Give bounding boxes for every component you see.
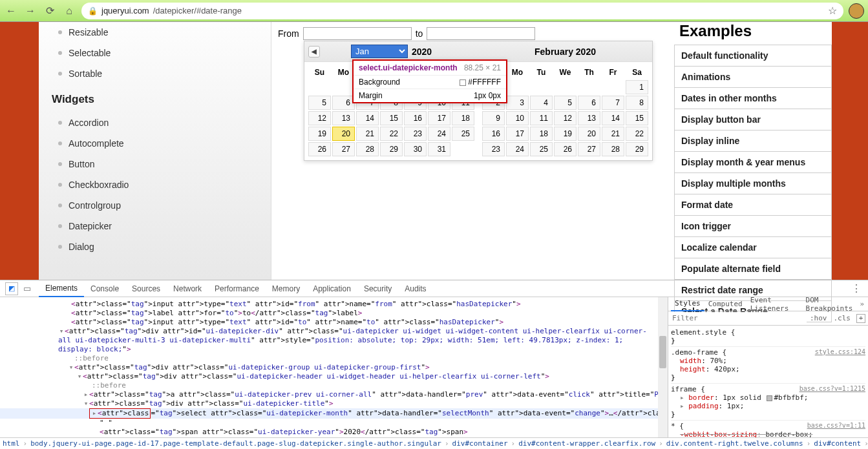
calendar-day[interactable]: 29 — [626, 142, 648, 156]
calendar-day[interactable]: 5 — [308, 96, 331, 110]
styles-filter-input[interactable] — [668, 312, 807, 325]
url-bar[interactable]: 🔒 jqueryui.com/datepicker/#date-range ☆ — [81, 3, 843, 19]
calendar-day[interactable]: 20 — [332, 127, 355, 141]
examples-item[interactable]: Display multiple months — [674, 172, 832, 194]
devtools-tab[interactable]: Network — [167, 280, 208, 297]
html-source-line[interactable]: ▾<attr">class="tag">div attr">class="ui-… — [0, 399, 668, 408]
examples-item[interactable]: Display inline — [674, 130, 832, 152]
crumb[interactable]: div#container — [452, 439, 508, 448]
devtools-tab[interactable]: Memory — [266, 280, 306, 297]
devtools-tab[interactable]: Console — [84, 280, 125, 297]
cls-toggle[interactable]: .cls — [831, 314, 854, 322]
examples-item[interactable]: Format date — [674, 194, 832, 216]
calendar-day[interactable]: 24 — [506, 142, 529, 156]
styles-more-icon[interactable]: » — [860, 300, 865, 308]
html-source-line[interactable]: <attr">class="tag">span attr">class="ui-… — [0, 428, 668, 437]
to-input[interactable] — [427, 27, 535, 40]
devtools-tab[interactable]: Elements — [39, 280, 84, 297]
calendar-day[interactable]: 15 — [626, 111, 648, 125]
css-rule[interactable]: base.css?v=1:11* {-webkit-box-sizing: bo… — [671, 421, 865, 437]
back-button[interactable]: ← — [4, 4, 18, 18]
crumb[interactable]: div#content — [814, 439, 861, 448]
rule-source[interactable]: style.css:124 — [815, 348, 865, 355]
element-picker-icon[interactable]: ◩ — [5, 282, 18, 295]
calendar-day[interactable]: 21 — [602, 127, 624, 141]
html-source-line[interactable]: <attr">class="tag">input attr">type="tex… — [0, 318, 668, 327]
calendar-day[interactable]: 25 — [530, 142, 553, 156]
rule-source[interactable]: base.css?v=1:1215 — [799, 385, 865, 392]
calendar-day[interactable]: 29 — [380, 142, 403, 156]
devtools-tab[interactable]: Application — [306, 280, 357, 297]
crumb[interactable]: html — [3, 439, 20, 448]
css-rule[interactable]: style.css:124.demo-frame {width: 70%;hei… — [671, 347, 865, 384]
calendar-day[interactable]: 13 — [332, 111, 355, 125]
calendar-day[interactable]: 28 — [602, 142, 624, 156]
sidebar-item[interactable]: Accordion — [47, 112, 271, 133]
calendar-day[interactable]: 23 — [482, 142, 505, 156]
calendar-day[interactable]: 4 — [530, 96, 553, 110]
device-toggle-icon[interactable]: ▭ — [21, 282, 34, 295]
css-rule[interactable]: base.css?v=1:1215iframe {▸ border: 1px s… — [671, 384, 865, 421]
calendar-day[interactable]: 5 — [554, 96, 577, 110]
breadcrumb[interactable]: htmlbody.jquery-ui-page.page-id-17.page-… — [0, 437, 868, 449]
rule-source[interactable]: base.css?v=1:11 — [807, 422, 865, 429]
sidebar-item[interactable]: Resizable — [47, 22, 271, 43]
sidebar-item[interactable]: Dialog — [47, 236, 271, 257]
prev-month-button[interactable]: ◀ — [308, 46, 320, 57]
devtools-tab[interactable]: Sources — [125, 280, 167, 297]
calendar-day[interactable]: 31 — [428, 142, 450, 156]
examples-item[interactable]: Animations — [674, 66, 832, 88]
sidebar-item[interactable]: Sortable — [47, 63, 271, 84]
calendar-day[interactable]: 22 — [626, 127, 648, 141]
calendar-day[interactable]: 23 — [404, 127, 427, 141]
calendar-day[interactable]: 21 — [356, 127, 379, 141]
examples-item[interactable]: Populate alternate field — [674, 258, 832, 280]
html-source-line[interactable]: ▾<attr">class="tag">div attr">id="ui-dat… — [0, 327, 668, 354]
from-input[interactable] — [303, 27, 412, 40]
calendar-day[interactable]: 28 — [356, 142, 379, 156]
examples-item[interactable]: Icon trigger — [674, 215, 832, 237]
devtools-tab[interactable]: Performance — [208, 280, 266, 297]
scrollbar-vertical[interactable] — [658, 297, 668, 437]
calendar-day[interactable]: 3 — [506, 96, 529, 110]
calendar-day[interactable]: 24 — [428, 127, 450, 141]
html-source-line[interactable]: ▸<attr">class="tag">select attr">class="… — [0, 408, 668, 419]
html-source-line[interactable]: " " — [0, 419, 668, 428]
month-select[interactable]: Jan — [351, 45, 408, 58]
sidebar-item[interactable]: Button — [47, 154, 271, 174]
sidebar-item[interactable]: Checkboxradio — [47, 174, 271, 195]
calendar-day[interactable]: 16 — [482, 127, 505, 141]
hov-toggle[interactable]: :hov — [807, 314, 831, 322]
calendar-day[interactable]: 12 — [308, 111, 331, 125]
styles-tab[interactable]: Event Listeners — [746, 297, 802, 311]
calendar-day[interactable]: 25 — [452, 127, 474, 141]
calendar-day[interactable]: 26 — [308, 142, 331, 156]
calendar-day[interactable]: 17 — [506, 127, 529, 141]
calendar-day[interactable]: 10 — [506, 111, 529, 125]
calendar-day[interactable]: 26 — [554, 142, 577, 156]
calendar-day[interactable]: 16 — [404, 111, 427, 125]
crumb[interactable]: body.jquery-ui-page.page-id-17.page-temp… — [30, 439, 441, 448]
calendar-day[interactable]: 6 — [578, 96, 600, 110]
sidebar-item[interactable]: Autocomplete — [47, 133, 271, 154]
calendar-day[interactable]: 6 — [332, 96, 355, 110]
calendar-day[interactable]: 18 — [530, 127, 553, 141]
styles-tab[interactable]: Computed — [704, 297, 746, 311]
sidebar-item[interactable]: Controlgroup — [47, 195, 271, 216]
calendar-day[interactable]: 9 — [482, 111, 505, 125]
examples-item[interactable]: Localize calendar — [674, 236, 832, 258]
html-source-line[interactable]: </attr">class="tag">div> — [0, 437, 668, 437]
css-rule[interactable]: element.style {} — [671, 327, 865, 347]
html-source-line[interactable]: ▸<attr">class="tag">a attr">class="ui-da… — [0, 390, 668, 399]
elements-panel[interactable]: <attr">class="tag">input attr">type="tex… — [0, 297, 668, 437]
calendar-day[interactable]: 18 — [452, 111, 474, 125]
devtools-more-icon[interactable]: ⋮ — [851, 282, 862, 295]
bookmark-star-icon[interactable]: ☆ — [828, 5, 837, 17]
crumb[interactable]: div.content-right.twelve.columns — [666, 439, 803, 448]
devtools-tab[interactable]: Audits — [398, 280, 432, 297]
calendar-day[interactable]: 11 — [530, 111, 553, 125]
calendar-day[interactable]: 27 — [332, 142, 355, 156]
calendar-day[interactable]: 1 — [626, 80, 648, 94]
sidebar-item[interactable]: Selectable — [47, 43, 271, 63]
examples-item[interactable]: Dates in other months — [674, 87, 832, 109]
